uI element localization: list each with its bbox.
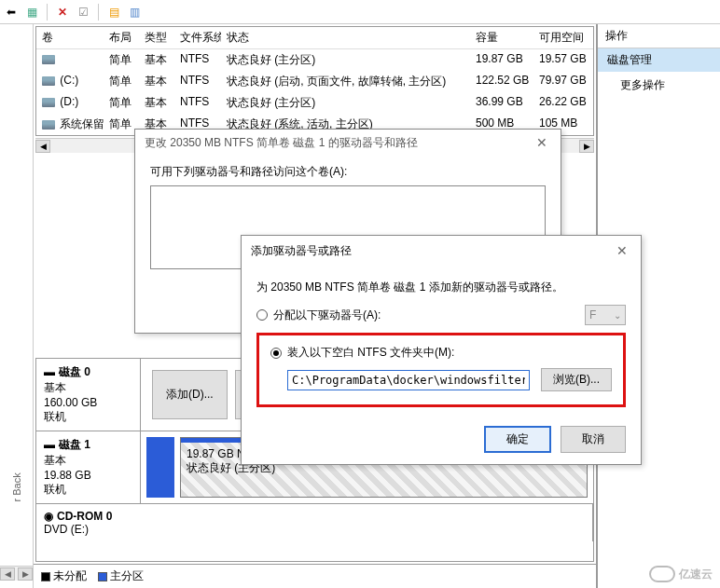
left-sidebar-sliver: r Back ◀▶ xyxy=(0,24,34,588)
actions-title: 操作 xyxy=(598,24,720,48)
col-status[interactable]: 状态 xyxy=(221,27,470,48)
dlg1-label: 可用下列驱动器号和路径访问这个卷(A): xyxy=(150,164,546,180)
cdrom-block[interactable]: ◉CD-ROM 0 DVD (E:) xyxy=(36,504,593,541)
col-volume[interactable]: 卷 xyxy=(36,27,104,48)
dlg2-title: 添加驱动器号或路径 xyxy=(251,243,352,259)
dlg1-title: 更改 20350 MB NTFS 简单卷 磁盘 1 的驱动器号和路径 xyxy=(145,135,418,151)
volume-table: 卷 布局 类型 文件系统 状态 容量 可用空间 简单基本 NTFS状态良好 (主… xyxy=(35,26,594,136)
radio-mount-folder[interactable] xyxy=(270,348,282,359)
opt2-label: 装入以下空白 NTFS 文件夹中(M): xyxy=(287,345,454,361)
volume-icon xyxy=(42,98,55,107)
table-row[interactable]: (C:) 简单基本 NTFS状态良好 (启动, 页面文件, 故障转储, 主分区)… xyxy=(36,71,593,92)
cloud-icon xyxy=(649,566,675,582)
cancel-button[interactable]: 取消 xyxy=(561,426,626,453)
action1-icon[interactable]: ▤ xyxy=(106,5,121,20)
dlg2-desc: 为 20350 MB NTFS 简单卷 磁盘 1 添加新的驱动器号或路径。 xyxy=(256,280,626,295)
sidebar-text: r Back xyxy=(11,470,22,502)
nav-icon[interactable]: ⬅ xyxy=(4,5,19,20)
disk-icon: ▬ xyxy=(44,365,55,378)
close-icon[interactable]: ✕ xyxy=(613,243,631,259)
col-fs[interactable]: 文件系统 xyxy=(174,27,221,48)
toolbar: ⬅ ▦ ✕ ☑ ▤ ▥ xyxy=(0,0,720,24)
browse-button[interactable]: 浏览(B)... xyxy=(541,368,612,391)
opt1-label: 分配以下驱动器号(A): xyxy=(273,308,579,323)
col-layout[interactable]: 布局 xyxy=(104,27,139,48)
highlighted-option: 装入以下空白 NTFS 文件夹中(M): 浏览(B)... xyxy=(256,333,626,407)
action2-icon[interactable]: ▥ xyxy=(127,5,142,20)
ok-button[interactable]: 确定 xyxy=(484,426,551,453)
col-capacity[interactable]: 容量 xyxy=(470,27,533,48)
volume-icon xyxy=(42,120,55,130)
radio-assign-letter[interactable] xyxy=(256,309,268,321)
cdrom-icon: ◉ xyxy=(44,510,53,523)
properties-icon[interactable]: ☑ xyxy=(76,5,90,20)
mount-path-input[interactable] xyxy=(287,370,530,390)
close-icon[interactable]: ✕ xyxy=(533,135,551,151)
actions-category[interactable]: 磁盘管理 xyxy=(598,48,720,72)
volume-icon xyxy=(42,76,55,86)
left-hscroll[interactable]: ◀▶ xyxy=(0,566,33,581)
disk-icon: ▬ xyxy=(44,438,55,451)
watermark: 亿速云 xyxy=(649,566,713,582)
volume-icon xyxy=(42,55,55,64)
drive-letter-select[interactable]: F xyxy=(585,305,626,325)
actions-more[interactable]: 更多操作 xyxy=(598,72,720,99)
add-drive-letter-dialog: 添加驱动器号或路径 ✕ 为 20350 MB NTFS 简单卷 磁盘 1 添加新… xyxy=(241,235,642,465)
table-row[interactable]: 简单基本 NTFS状态良好 (主分区) 19.87 GB19.57 GB xyxy=(36,49,593,71)
table-row[interactable]: (D:) 简单基本 NTFS状态良好 (主分区) 36.99 GB26.22 G… xyxy=(36,92,593,114)
volume-header[interactable]: 卷 布局 类型 文件系统 状态 容量 可用空间 xyxy=(36,27,593,49)
col-type[interactable]: 类型 xyxy=(139,27,174,48)
add-button[interactable]: 添加(D)... xyxy=(152,370,228,419)
col-free[interactable]: 可用空间 xyxy=(533,27,593,48)
new-icon[interactable]: ▦ xyxy=(24,5,39,20)
legend: 未分配 主分区 xyxy=(34,564,596,588)
delete-icon[interactable]: ✕ xyxy=(55,5,70,20)
